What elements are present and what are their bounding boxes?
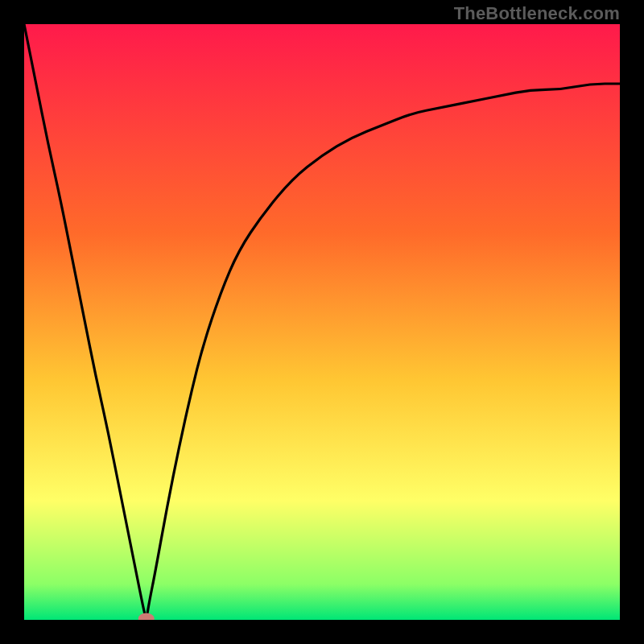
chart-area xyxy=(24,24,620,620)
bottleneck-chart-svg xyxy=(24,24,620,620)
gradient-background xyxy=(24,24,620,620)
watermark-text: TheBottleneck.com xyxy=(454,3,620,24)
